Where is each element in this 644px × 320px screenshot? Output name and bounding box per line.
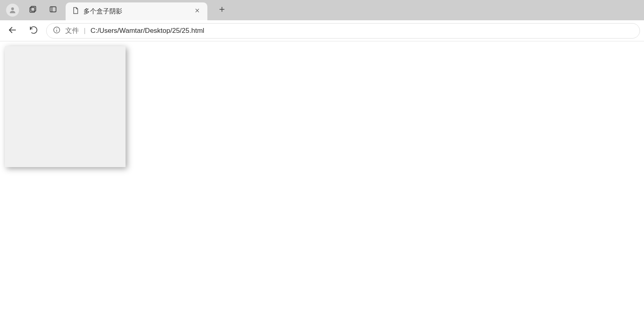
address-path: C:/Users/Wamtar/Desktop/25/25.html — [90, 27, 634, 35]
active-tab[interactable]: 多个盒子阴影 — [66, 2, 207, 20]
tab-close-button[interactable] — [193, 7, 202, 16]
sidebar-toggle-button[interactable] — [45, 2, 61, 18]
address-prefix: 文件 — [65, 26, 79, 35]
svg-rect-2 — [30, 7, 35, 12]
reload-icon — [29, 26, 38, 36]
profile-button[interactable] — [5, 2, 20, 18]
toolbar: 文件 | C:/Users/Wamtar/Desktop/25/25.html — [0, 20, 644, 41]
back-button[interactable] — [4, 22, 21, 39]
address-bar[interactable]: 文件 | C:/Users/Wamtar/Desktop/25/25.html — [46, 23, 640, 39]
site-info-button[interactable] — [52, 26, 61, 35]
close-icon — [194, 8, 200, 15]
svg-point-12 — [56, 28, 57, 29]
profile-icon — [6, 4, 19, 17]
svg-rect-1 — [31, 6, 36, 11]
collections-icon — [28, 5, 37, 15]
reload-button[interactable] — [25, 22, 42, 39]
tab-strip: 多个盒子阴影 — [0, 0, 644, 20]
page-viewport — [0, 41, 644, 320]
shadow-demo-box — [5, 46, 126, 167]
browser-chrome: 多个盒子阴影 — [0, 0, 644, 41]
page-icon — [71, 6, 79, 16]
back-arrow-icon — [8, 25, 17, 37]
svg-rect-3 — [50, 7, 56, 12]
sidebar-icon — [49, 5, 58, 15]
address-separator: | — [83, 27, 86, 35]
new-tab-button[interactable] — [215, 3, 229, 17]
tab-title: 多个盒子阴影 — [83, 7, 189, 16]
svg-point-0 — [11, 7, 14, 10]
info-icon — [53, 26, 61, 36]
plus-icon — [218, 6, 226, 15]
collections-button[interactable] — [25, 2, 41, 18]
